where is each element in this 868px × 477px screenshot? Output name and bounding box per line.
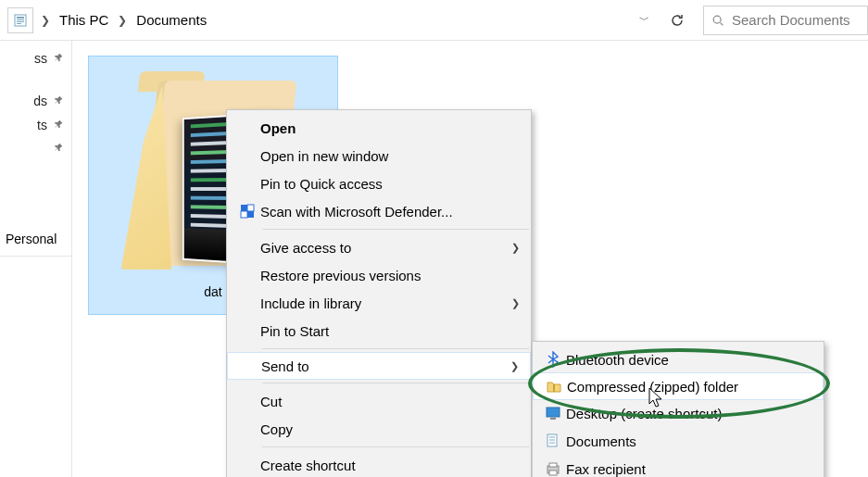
svg-rect-20: [549, 471, 557, 475]
navigation-sidebar: ss ds ts Personal: [0, 41, 72, 477]
svg-rect-4: [17, 23, 21, 24]
context-menu: Open Open in new window Pin to Quick acc…: [226, 109, 532, 477]
menu-item-cut[interactable]: Cut: [227, 387, 531, 415]
menu-item-fax[interactable]: Fax recipient: [533, 455, 824, 477]
menu-item-open[interactable]: Open: [227, 114, 531, 142]
fax-icon: [540, 460, 566, 477]
svg-rect-1: [17, 17, 24, 19]
chevron-right-icon: ❯: [510, 360, 519, 372]
menu-separator: [262, 229, 529, 230]
refresh-button[interactable]: [660, 6, 694, 35]
svg-rect-2: [17, 19, 24, 20]
svg-rect-19: [549, 463, 557, 467]
menu-item-desktop-shortcut[interactable]: Desktop (create shortcut): [533, 399, 824, 427]
svg-rect-7: [241, 205, 247, 211]
search-placeholder: Search Documents: [732, 12, 850, 28]
sidebar-item[interactable]: ts: [0, 113, 71, 137]
location-icon[interactable]: [7, 7, 33, 33]
zip-folder-icon: [541, 378, 567, 395]
svg-rect-12: [547, 408, 560, 417]
address-bar: ❯ This PC ❯ Documents ﹀ Search Documents: [0, 0, 868, 41]
svg-rect-9: [241, 211, 247, 218]
chevron-right-icon: ❯: [511, 242, 520, 254]
sidebar-section-personal[interactable]: Personal: [0, 224, 71, 252]
breadcrumb-this-pc[interactable]: This PC: [57, 8, 110, 31]
bluetooth-icon: [540, 351, 566, 368]
svg-rect-8: [247, 205, 254, 211]
shield-icon: [234, 203, 260, 220]
menu-separator: [262, 348, 529, 349]
chevron-right-icon[interactable]: ❯: [110, 14, 134, 27]
menu-separator: [262, 446, 529, 447]
pin-icon: [53, 142, 66, 155]
menu-item-scan-defender[interactable]: Scan with Microsoft Defender...: [227, 197, 531, 225]
svg-point-5: [713, 16, 721, 23]
menu-item-create-shortcut[interactable]: Create shortcut: [227, 451, 531, 477]
desktop-icon: [540, 405, 566, 421]
sidebar-item[interactable]: [0, 137, 71, 159]
sidebar-item[interactable]: ss: [0, 46, 71, 70]
menu-item-send-to[interactable]: Send to ❯: [227, 352, 531, 380]
search-input[interactable]: Search Documents: [703, 6, 868, 35]
menu-item-restore-versions[interactable]: Restore previous versions: [227, 261, 531, 289]
menu-item-pin-quick-access[interactable]: Pin to Quick access: [227, 169, 531, 197]
svg-rect-10: [247, 211, 254, 218]
menu-item-documents[interactable]: Documents: [533, 427, 824, 455]
svg-rect-13: [550, 418, 556, 420]
chevron-right-icon[interactable]: ❯: [33, 14, 57, 27]
pin-icon: [53, 94, 66, 107]
pin-icon: [53, 52, 66, 65]
menu-item-give-access[interactable]: Give access to ❯: [227, 233, 531, 261]
menu-item-open-new-window[interactable]: Open in new window: [227, 142, 531, 169]
menu-item-include-library[interactable]: Include in library ❯: [227, 289, 531, 317]
history-dropdown-button[interactable]: ﹀: [627, 6, 660, 35]
svg-line-6: [721, 22, 723, 25]
menu-item-copy[interactable]: Copy: [227, 415, 531, 443]
folder-label: dat: [204, 284, 221, 299]
documents-icon: [540, 433, 566, 449]
send-to-submenu: Bluetooth device Compressed (zipped) fol…: [532, 341, 824, 477]
menu-separator: [262, 383, 529, 383]
menu-item-compressed-folder[interactable]: Compressed (zipped) folder: [533, 372, 824, 400]
sidebar-item[interactable]: ds: [0, 89, 71, 113]
pin-icon: [53, 119, 66, 132]
svg-rect-3: [17, 21, 24, 22]
menu-item-pin-start[interactable]: Pin to Start: [227, 317, 531, 345]
menu-item-bluetooth[interactable]: Bluetooth device: [533, 345, 824, 373]
chevron-right-icon: ❯: [511, 297, 520, 309]
svg-rect-11: [553, 384, 555, 392]
breadcrumb-documents[interactable]: Documents: [134, 8, 208, 31]
